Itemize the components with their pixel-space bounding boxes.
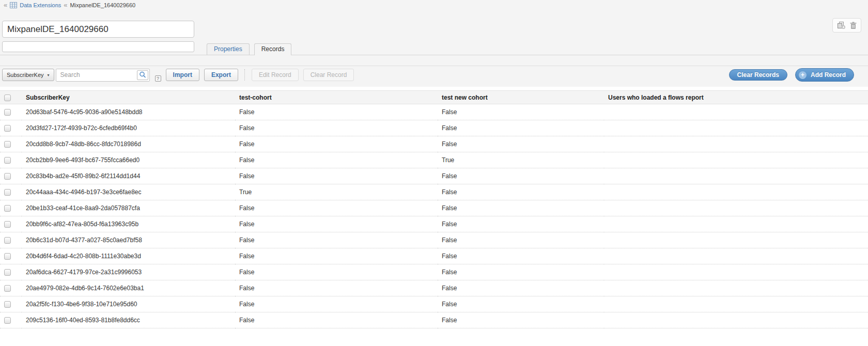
cell-subscriber-key: 20a2f5fc-f130-4be6-9f38-10e710e95d60 [22, 296, 235, 312]
search-field-dropdown[interactable]: SubscriberKey ▾ [2, 69, 54, 81]
row-select-cell [0, 248, 22, 264]
tab-records[interactable]: Records [254, 43, 292, 55]
row-select-cell [0, 136, 22, 152]
cell-flows-report [604, 280, 868, 296]
breadcrumb: « Data Extensions « MixpanelDE_164002966… [4, 2, 135, 8]
row-checkbox[interactable] [4, 221, 11, 228]
cell-subscriber-key: 20d3fd27-172f-4939-b72c-6cfedb69f4b0 [22, 120, 235, 136]
cell-flows-report [604, 312, 868, 328]
cell-flows-report [604, 136, 868, 152]
table-row[interactable]: 20bb9f6c-af82-47ea-805d-f6a13963c95b Fal… [0, 216, 868, 232]
select-all-checkbox[interactable] [4, 95, 11, 101]
cell-test-cohort: False [235, 104, 438, 120]
cell-test-new-cohort: False [438, 280, 604, 296]
table-row[interactable]: 20be1b33-ceaf-41ce-8aa9-2da057887cfa Fal… [0, 200, 868, 216]
row-checkbox[interactable] [4, 109, 11, 116]
table-row[interactable]: 20ae4979-082e-4db6-9c14-7602e6e03ba1 Fal… [0, 280, 868, 296]
row-checkbox[interactable] [4, 141, 11, 148]
breadcrumb-current-item: MixpanelDE_1640029660 [70, 2, 136, 8]
table-row[interactable]: 20cdd8b8-9cb7-48db-86cc-8fdc7018986d Fal… [0, 136, 868, 152]
table-row[interactable]: 20a2f5fc-f130-4be6-9f38-10e710e95d60 Fal… [0, 296, 868, 312]
table-header-row: SubscriberKey test-cohort test new cohor… [0, 91, 868, 104]
row-checkbox[interactable] [4, 301, 11, 308]
row-checkbox[interactable] [4, 285, 11, 292]
row-checkbox[interactable] [4, 157, 11, 164]
row-checkbox[interactable] [4, 205, 11, 212]
import-button[interactable]: Import [166, 69, 199, 81]
export-button[interactable]: Export [204, 69, 238, 81]
row-select-cell [0, 232, 22, 248]
cell-test-new-cohort: False [438, 248, 604, 264]
row-select-cell [0, 200, 22, 216]
toolbar-left-group: SubscriberKey ▾ ? Import Export Edit Rec… [2, 68, 354, 82]
row-checkbox[interactable] [4, 237, 11, 244]
trash-icon[interactable] [850, 22, 857, 29]
top-actions-box [832, 18, 861, 33]
cell-flows-report [604, 152, 868, 168]
clear-record-button: Clear Record [303, 69, 354, 81]
table-row[interactable]: 20b6c31d-b07d-4377-a027-85c0aed7bf58 Fal… [0, 232, 868, 248]
column-header-test-new-cohort[interactable]: test new cohort [438, 91, 604, 104]
row-select-cell [0, 120, 22, 136]
cell-test-cohort: False [235, 312, 438, 328]
table-row[interactable]: 20d63baf-5476-4c95-9036-a90e5148bdd8 Fal… [0, 104, 868, 120]
cell-subscriber-key: 20b4d6f4-6dad-4c20-808b-1111e30abe3d [22, 248, 235, 264]
copy-icon[interactable] [837, 22, 845, 29]
cell-subscriber-key: 20b6c31d-b07d-4377-a027-85c0aed7bf58 [22, 232, 235, 248]
column-header-test-cohort[interactable]: test-cohort [235, 91, 438, 104]
table-row[interactable]: 20d3fd27-172f-4939-b72c-6cfedb69f4b0 Fal… [0, 120, 868, 136]
row-checkbox[interactable] [4, 173, 11, 180]
back-chevron-icon[interactable]: « [4, 2, 7, 8]
cell-subscriber-key: 20d63baf-5476-4c95-9036-a90e5148bdd8 [22, 104, 235, 120]
row-select-cell [0, 104, 22, 120]
toolbar-divider [244, 69, 245, 81]
cell-flows-report [604, 216, 868, 232]
row-checkbox[interactable] [4, 269, 11, 276]
cell-flows-report [604, 104, 868, 120]
row-select-cell [0, 296, 22, 312]
search-input[interactable] [56, 69, 150, 82]
cell-subscriber-key: 209c5136-16f0-40ed-8593-81b8fe8dd6cc [22, 312, 235, 328]
row-select-cell [0, 184, 22, 200]
column-header-subscriberkey[interactable]: SubscriberKey [22, 91, 235, 104]
cell-test-cohort: False [235, 264, 438, 280]
cell-flows-report [604, 120, 868, 136]
cell-test-cohort: False [235, 152, 438, 168]
row-checkbox[interactable] [4, 317, 11, 324]
table-row[interactable]: 20c83b4b-ad2e-45f0-89b2-6f2114dd1d44 Fal… [0, 168, 868, 184]
table-row[interactable]: 20cb2bb9-9ee6-493f-bc67-755fcca66ed0 Fal… [0, 152, 868, 168]
records-tbody: 20d63baf-5476-4c95-9036-a90e5148bdd8 Fal… [0, 104, 868, 328]
search-icon[interactable] [137, 70, 148, 80]
cell-test-cohort: False [235, 280, 438, 296]
table-row[interactable]: 20b4d6f4-6dad-4c20-808b-1111e30abe3d Fal… [0, 248, 868, 264]
cell-flows-report [604, 184, 868, 200]
row-checkbox[interactable] [4, 189, 11, 196]
row-checkbox[interactable] [4, 253, 11, 260]
table-row[interactable]: 209c5136-16f0-40ed-8593-81b8fe8dd6cc Fal… [0, 312, 868, 328]
row-select-cell [0, 152, 22, 168]
select-all-cell [0, 91, 22, 104]
help-icon[interactable]: ? [155, 75, 161, 82]
cell-test-cohort: False [235, 200, 438, 216]
data-extension-name-input[interactable] [2, 21, 194, 38]
clear-records-button[interactable]: Clear Records [729, 69, 787, 81]
cell-test-new-cohort: False [438, 184, 604, 200]
cell-flows-report [604, 232, 868, 248]
cell-test-cohort: False [235, 120, 438, 136]
cell-test-new-cohort: False [438, 136, 604, 152]
data-extension-grid-icon [10, 2, 17, 8]
table-row[interactable]: 20c44aaa-434c-4946-b197-3e3ce6fae8ec Tru… [0, 184, 868, 200]
tab-properties[interactable]: Properties [207, 43, 250, 55]
cell-test-new-cohort: False [438, 200, 604, 216]
cell-test-new-cohort: False [438, 216, 604, 232]
add-record-button[interactable]: + Add Record [795, 68, 854, 82]
cell-subscriber-key: 20c83b4b-ad2e-45f0-89b2-6f2114dd1d44 [22, 168, 235, 184]
row-select-cell [0, 168, 22, 184]
table-row[interactable]: 20af6dca-6627-4179-97ce-2a31c9996053 Fal… [0, 264, 868, 280]
cell-flows-report [604, 264, 868, 280]
breadcrumb-link-data-extensions[interactable]: Data Extensions [20, 2, 61, 8]
tab-records-label: Records [261, 45, 285, 53]
column-header-flows-report[interactable]: Users who loaded a flows report [604, 91, 868, 104]
row-checkbox[interactable] [4, 125, 11, 132]
cell-flows-report [604, 296, 868, 312]
